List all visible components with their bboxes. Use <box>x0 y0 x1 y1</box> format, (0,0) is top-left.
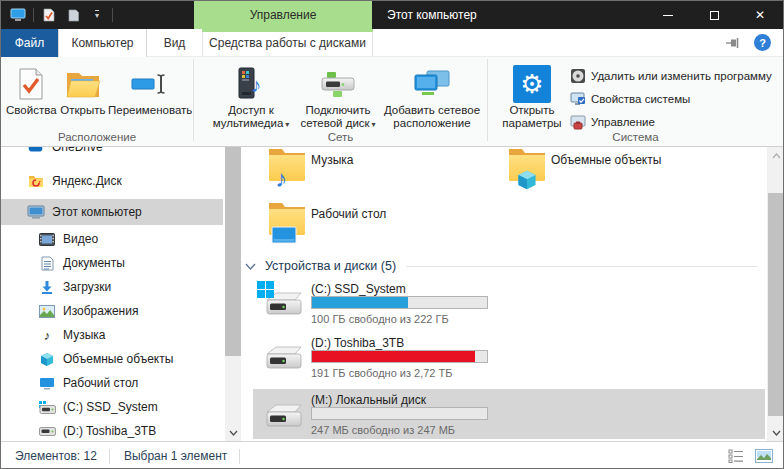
map-network-drive-button[interactable]: Подключитьсетевой диск▾ <box>294 62 382 131</box>
drive-tile-m-selected[interactable]: (M:) Локальный диск 247 МБ свободно из 2… <box>253 389 765 439</box>
sidebar-item-label: (C:) SSD_System <box>63 400 158 414</box>
contextual-tab-group-manage[interactable]: Управление <box>194 1 372 29</box>
qat-properties-button[interactable] <box>40 5 58 25</box>
dropdown-arrow-icon: ▾ <box>372 120 376 129</box>
qat-separator <box>112 8 113 22</box>
contextual-tab-strip <box>202 29 373 32</box>
sidebar-item-onedrive[interactable]: OneDrive <box>1 147 223 159</box>
window-title: Этот компьютер <box>387 1 477 29</box>
pin-ribbon-button[interactable] <box>725 36 741 50</box>
properties-icon <box>18 64 44 104</box>
qat-new-folder-button[interactable] <box>64 5 82 25</box>
sidebar-item-music[interactable]: ♪ Музыка <box>1 323 223 347</box>
sidebar-item-desktop[interactable]: Рабочий стол <box>1 371 223 395</box>
navigation-pane: OneDrive Яндекс.Диск Этот компьютер Виде… <box>1 147 225 441</box>
windows-logo-icon <box>257 281 274 298</box>
sidebar-scrollbar-thumb[interactable] <box>225 147 241 356</box>
close-button[interactable]: ✕ <box>737 1 783 29</box>
help-button[interactable]: ? <box>754 34 771 51</box>
map-network-drive-label: Подключитьсетевой диск▾ <box>300 104 375 131</box>
open-button[interactable]: Открыть <box>59 62 108 117</box>
sidebar-item-label: Изображения <box>63 304 138 318</box>
rename-button[interactable]: Переименовать <box>107 62 193 117</box>
status-separator <box>239 449 240 464</box>
sidebar-item-drive-d[interactable]: (D:) Toshiba_3TB <box>1 419 223 441</box>
picture-icon <box>38 305 56 318</box>
properties-label: Свойства <box>6 104 57 117</box>
onedrive-cloud-icon <box>27 147 45 153</box>
sidebar-item-videos[interactable]: Видео <box>1 227 223 251</box>
sidebar-item-downloads[interactable]: Загрузки <box>1 275 223 299</box>
chevron-down-icon: ▾ <box>95 10 99 20</box>
thumbnail-view-button[interactable] <box>753 445 775 467</box>
content-scroll-up-button[interactable] <box>767 147 783 164</box>
qat-customize-dropdown[interactable]: ▾ <box>88 5 106 25</box>
help-icon: ? <box>759 37 766 49</box>
ribbon: Свойства Открыть Переименовать Расположе… <box>1 57 783 147</box>
tab-view[interactable]: Вид <box>147 29 202 57</box>
uninstall-program-button[interactable]: Удалить или изменить программу <box>570 65 772 86</box>
drive-tile-c[interactable]: (C:) SSD_System 100 ГБ свободно из 222 Г… <box>241 281 765 331</box>
devices-and-drives-title: Устройства и диски (5) <box>265 259 396 273</box>
drive-name: (D:) Toshiba_3TB <box>311 336 404 350</box>
folder-tile-3d-objects[interactable]: Объемные объекты <box>501 147 747 195</box>
folder-icon <box>267 201 307 245</box>
selection-count: Выбран 1 элемент <box>124 449 227 463</box>
ribbon-group-location: Свойства Открыть Переименовать Расположе… <box>1 57 193 146</box>
sidebar-item-label: OneDrive <box>52 147 103 154</box>
sidebar-item-drive-c[interactable]: (C:) SSD_System <box>1 395 223 419</box>
drive-tile-d[interactable]: (D:) Toshiba_3TB 191 ГБ свободно из 2,72… <box>241 335 765 385</box>
rename-label: Переименовать <box>108 104 192 117</box>
files-pane: ♪ Музыка Объемные объекты Рабочий стол <box>241 147 767 441</box>
sidebar-item-label: Объемные объекты <box>63 352 173 366</box>
system-drive-icon <box>259 285 305 325</box>
drive-capacity: 191 ГБ свободно из 2,72 ТБ <box>311 367 452 379</box>
uninstall-disc-icon <box>570 68 586 84</box>
sidebar-scrollbar[interactable] <box>225 147 241 441</box>
system-properties-button[interactable]: Свойства системы <box>570 88 772 109</box>
open-settings-button[interactable]: ⚙ Открытьпараметры <box>498 62 566 133</box>
devices-and-drives-header[interactable]: Устройства и диски (5) <box>241 257 761 275</box>
sidebar-item-yandex-disk[interactable]: Яндекс.Диск <box>1 169 223 193</box>
rename-icon <box>131 64 169 104</box>
drive-usage-bar <box>311 350 488 363</box>
details-view-button[interactable] <box>725 445 747 467</box>
tab-computer[interactable]: Компьютер <box>58 29 147 57</box>
music-note-icon: ♪ <box>38 328 56 343</box>
sidebar-item-documents[interactable]: Документы <box>1 251 223 275</box>
minimize-button[interactable] <box>645 1 691 29</box>
sidebar-scroll-down-button[interactable] <box>225 424 241 441</box>
manage-icon <box>570 114 586 130</box>
sidebar-item-pictures[interactable]: Изображения <box>1 299 223 323</box>
folder-tile-desktop[interactable]: Рабочий стол <box>261 199 507 249</box>
maximize-button[interactable] <box>691 1 737 29</box>
content-scrollbar-thumb[interactable] <box>768 193 783 416</box>
download-arrow-icon <box>38 280 56 294</box>
properties-button[interactable]: Свойства <box>4 62 59 117</box>
media-server-icon: ♪ <box>236 64 266 104</box>
explorer-window: ▾ Управление Этот компьютер ✕ Файл Компь… <box>0 0 784 469</box>
media-access-button[interactable]: ♪ Доступ кмультимедиа▾ <box>208 62 294 131</box>
details-view-icon <box>728 449 744 463</box>
add-network-location-button[interactable]: Добавить сетевоерасположение <box>382 62 482 131</box>
tab-file[interactable]: Файл <box>1 29 58 57</box>
content-scroll-down-button[interactable] <box>767 424 783 441</box>
open-settings-label: Открытьпараметры <box>502 104 561 130</box>
sidebar-item-label: Рабочий стол <box>63 376 138 390</box>
open-folder-icon <box>65 64 101 104</box>
tab-drive-tools[interactable]: Средства работы с дисками <box>202 29 373 57</box>
drive-usage-bar <box>311 407 488 420</box>
video-icon <box>38 233 56 246</box>
manage-label: Управление <box>591 116 655 128</box>
folder-tile-music[interactable]: ♪ Музыка <box>261 147 507 195</box>
yandex-disk-icon <box>27 174 45 188</box>
drive-usage-bar <box>311 296 488 309</box>
group-label-location: Расположение <box>1 131 193 143</box>
sidebar-item-this-pc[interactable]: Этот компьютер <box>1 199 223 225</box>
maximize-icon <box>710 11 719 20</box>
manage-button[interactable]: Управление <box>570 111 772 132</box>
sidebar-item-3d-objects[interactable]: Объемные объекты <box>1 347 223 371</box>
content-scrollbar[interactable] <box>767 147 783 441</box>
section-divider <box>406 266 757 267</box>
qat-separator <box>33 8 34 22</box>
